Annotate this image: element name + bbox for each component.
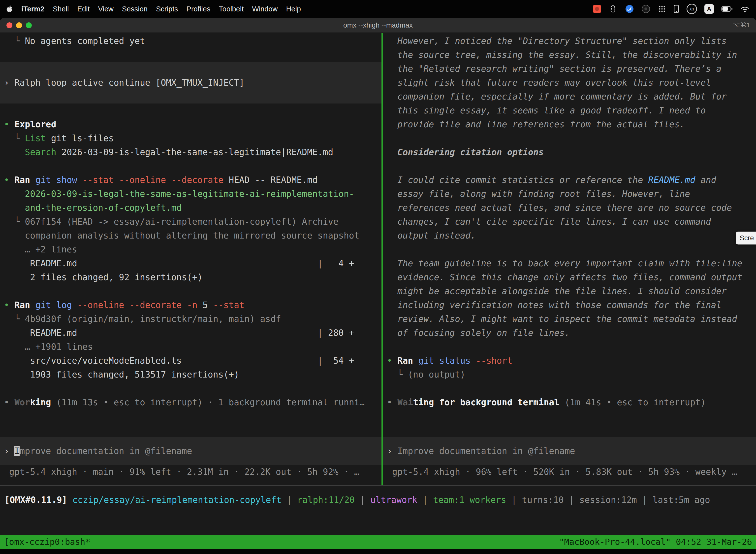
menu-item-toolbelt[interactable]: Toolbelt [219,5,244,13]
menu-item-profiles[interactable]: Profiles [187,5,210,13]
screen-record-icon[interactable] [593,5,601,13]
terminal-line: README.md | 4 + [0,257,381,270]
prompt-input[interactable]: › Improve documentation in @filename [0,437,381,465]
disc-icon[interactable] [641,4,650,13]
text-segment: git log [35,300,72,310]
text-segment: 5 [197,300,213,310]
text-segment: 1903 files changed, 513517 insertions(+) [4,370,239,380]
terminal-line: … +1901 lines [0,340,381,354]
text-segment: src/voice/voiceModeEnabled.ts | 54 + [4,356,354,366]
terminal-line [0,382,381,395]
prompt-input[interactable]: › Improve documentation in @filename [383,437,756,465]
text-segment: Ran [397,356,413,366]
text-segment: might be acceptable alongside the file l… [387,286,727,296]
phone-icon[interactable] [674,4,679,13]
battery-percent-icon[interactable]: .61 [687,4,697,14]
terminal-line: └ (no output) [383,368,756,382]
terminal-line: evidence. Since this change only affects… [383,270,756,284]
input-source-icon[interactable]: A [704,4,714,14]
wifi-icon[interactable] [740,5,750,13]
text-segment: README.md | 280 + [4,328,354,338]
text-segment: └ [387,370,408,380]
terminal-line: this single essay, it seems like a good … [383,104,756,117]
text-segment: └ [4,133,25,143]
omx-status-segment: session:12m [579,495,637,505]
menu-items: ShellEditViewSessionScriptsProfilesToolb… [53,5,301,13]
text-segment: gpt-5.4 xhigh · 96% left · 520K in · 5.8… [387,467,737,477]
terminal-line [383,159,756,173]
terminal-line: 2026-03-09-is-legal-the-same-as-legitima… [0,187,381,201]
terminal-line: essay file, along with finding root file… [383,187,756,201]
tmux-session-label: [omx-cczip0:bash* [4,535,90,549]
omx-status-segment: team:1 workers [433,495,506,505]
input-source-label: A [707,5,711,13]
text-segment: The team guideline is to back every impo… [387,258,742,268]
menu-item-edit[interactable]: Edit [77,5,89,13]
menu-app-name[interactable]: iTerm2 [21,5,44,13]
text-segment [30,175,35,185]
text-segment: … +1901 lines [4,342,93,352]
terminal-line [383,423,756,437]
waiting-indicator: • Waiting for background terminal (1m 41… [383,395,756,409]
terminal-line: The team guideline is to back every impo… [383,257,756,270]
terminal-line: 2 files changed, 92 insertions(+) [0,270,381,284]
honeycomb-icon[interactable] [609,4,618,13]
text-segment: › [387,446,397,456]
battery-icon[interactable] [721,6,733,12]
terminal-line [0,423,381,437]
terminal-line [0,409,381,423]
menu-item-scripts[interactable]: Scripts [156,5,178,13]
text-segment: --oneline --decorate [77,300,182,310]
ralph-loop-banner[interactable]: › Ralph loop active continue [OMX_TMUX_I… [0,62,381,104]
terminal-line [0,48,381,62]
text-segment: 2026-03-09-is-legal-the-same-as-legitima… [56,147,333,157]
minimize-button[interactable] [16,22,22,28]
text-segment: companion file, especially if more comme… [387,92,727,102]
menu-bar: iTerm2 ShellEditViewSessionScriptsProfil… [0,0,756,18]
text-segment: companion analysis without altering the … [4,231,359,240]
text-segment: • [387,356,397,366]
menu-item-help[interactable]: Help [286,5,301,13]
text-segment: provide file and line references from th… [387,119,685,129]
text-segment: ting for background terminal [413,397,559,407]
explored-header: • Explored [0,117,381,131]
thinking-heading: Considering citation options [383,145,756,159]
terminal-line: companion analysis without altering the … [0,229,381,242]
menu-item-session[interactable]: Session [122,5,147,13]
window-title-bar[interactable]: omx --xhigh --madmax ⌥⌘1 [0,18,756,33]
text-segment: Ran [14,175,30,185]
text-segment: and [695,175,716,185]
terminal-line: the "Related research writing" section i… [383,62,756,76]
text-segment: Wor [14,397,30,407]
text-segment: Explored [14,119,56,129]
tmux-pane-right[interactable]: However, I noticed the "Directory Struct… [383,33,756,485]
swirl-icon[interactable] [625,4,634,13]
tmux-pane-left[interactable]: └ No agents completed yet› Ralph loop ac… [0,33,381,485]
text-segment: Ralph loop active continue [OMX_TMUX_INJ… [14,78,244,88]
text-segment: including verification notes with those … [387,300,721,310]
text-segment: Search [25,147,56,157]
terminal-line: I could cite commit statistics or refere… [383,173,756,187]
menu-item-shell[interactable]: Shell [53,5,69,13]
menu-bar-left: iTerm2 ShellEditViewSessionScriptsProfil… [6,5,301,13]
text-segment: Wai [397,397,413,407]
text-segment: evidence. Since this change only affects… [387,272,742,282]
close-button[interactable] [6,22,12,28]
text-segment: • [4,175,14,185]
zoom-button[interactable] [26,22,32,28]
terminal-line [383,340,756,354]
screen-share-overlay[interactable]: Scre [736,232,756,244]
terminal-line [0,284,381,298]
dots-grid-icon[interactable] [658,5,666,13]
text-segment: • [387,397,397,407]
menu-item-window[interactable]: Window [252,5,277,13]
working-indicator: • Working (11m 13s • esc to interrupt) ·… [0,395,381,409]
text-segment [182,300,187,310]
text-segment: └ [4,36,25,46]
terminal-line [383,382,756,395]
apple-menu-icon[interactable] [6,5,13,13]
terminal-line [383,409,756,423]
text-segment [470,356,476,366]
menu-item-view[interactable]: View [98,5,113,13]
window-title: omx --xhigh --madmax [0,21,756,29]
